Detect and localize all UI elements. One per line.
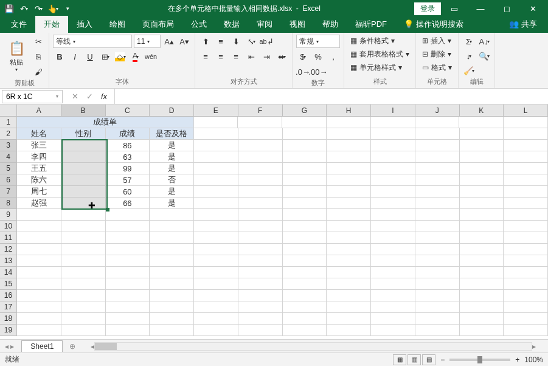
touch-mode-button[interactable]: 👆▾ — [46, 2, 60, 15]
cell[interactable] — [371, 186, 415, 198]
data-score[interactable]: 60 — [106, 186, 150, 198]
cell[interactable] — [504, 163, 548, 174]
row-header-16[interactable]: 16 — [0, 290, 17, 301]
cell[interactable] — [283, 186, 327, 198]
cell[interactable] — [106, 278, 150, 290]
cell[interactable] — [106, 232, 150, 244]
cell[interactable] — [415, 117, 460, 128]
row-header-18[interactable]: 18 — [0, 313, 17, 325]
cell[interactable] — [61, 290, 106, 301]
tab-view[interactable]: 视图 — [281, 16, 314, 33]
cell[interactable] — [504, 325, 548, 336]
column-header-A[interactable]: A — [17, 105, 61, 117]
data-name[interactable]: 张三 — [17, 140, 61, 151]
row-header-15[interactable]: 15 — [0, 278, 17, 290]
cell[interactable] — [194, 163, 238, 174]
cell[interactable] — [460, 290, 504, 301]
decrease-indent-button[interactable]: ⇤ — [245, 50, 258, 63]
cell[interactable] — [238, 301, 283, 313]
font-size-combo[interactable]: 11▾ — [134, 35, 161, 48]
format-table-button[interactable]: ▦ 套用表格格式 ▾ — [348, 48, 412, 60]
cell[interactable] — [504, 198, 548, 209]
row-header-17[interactable]: 17 — [0, 301, 17, 313]
cell[interactable] — [371, 198, 415, 209]
data-name[interactable]: 陈六 — [17, 174, 61, 186]
cell[interactable] — [327, 232, 371, 244]
cell[interactable] — [504, 313, 548, 325]
cell[interactable] — [327, 151, 371, 163]
horizontal-scrollbar[interactable]: ◂ ▸ — [78, 342, 548, 351]
row-header-9[interactable]: 9 — [0, 209, 17, 221]
cell[interactable] — [17, 255, 61, 267]
data-pass[interactable]: 是 — [150, 140, 194, 151]
cell[interactable] — [460, 301, 504, 313]
row-header-3[interactable]: 3 — [0, 140, 17, 151]
cell[interactable] — [460, 163, 504, 174]
data-gender[interactable] — [61, 151, 106, 163]
cell[interactable] — [194, 151, 238, 163]
column-header-E[interactable]: E — [194, 105, 238, 117]
cell[interactable] — [504, 244, 548, 255]
row-header-1[interactable]: 1 — [0, 117, 17, 128]
cell[interactable] — [17, 290, 61, 301]
cell[interactable] — [415, 221, 460, 232]
cell[interactable] — [17, 244, 61, 255]
cell[interactable] — [327, 244, 371, 255]
cell[interactable] — [283, 221, 327, 232]
cell[interactable] — [415, 140, 460, 151]
cell[interactable] — [150, 278, 194, 290]
cell[interactable] — [460, 198, 504, 209]
cell[interactable] — [194, 301, 238, 313]
data-gender[interactable] — [61, 140, 106, 151]
cell[interactable] — [238, 128, 283, 140]
cell[interactable] — [106, 244, 150, 255]
column-header-J[interactable]: J — [415, 105, 460, 117]
share-button[interactable]: 👥 共享 — [501, 16, 546, 33]
fx-button[interactable]: fx — [97, 90, 111, 103]
cell[interactable] — [238, 209, 283, 221]
cell[interactable] — [17, 267, 61, 278]
close-button[interactable]: ✕ — [520, 0, 546, 17]
cell[interactable] — [238, 267, 283, 278]
add-sheet-button[interactable]: ⊕ — [66, 340, 78, 352]
cell[interactable] — [194, 140, 238, 151]
tab-layout[interactable]: 页面布局 — [134, 16, 182, 33]
select-all-corner[interactable] — [0, 105, 17, 117]
column-header-B[interactable]: B — [61, 105, 106, 117]
cell[interactable] — [283, 255, 327, 267]
align-center-button[interactable]: ≡ — [214, 50, 227, 63]
insert-cells-button[interactable]: ⊞ 插入 ▾ — [420, 35, 454, 47]
cell[interactable] — [150, 255, 194, 267]
row-header-7[interactable]: 7 — [0, 186, 17, 198]
font-color-button[interactable]: A▾ — [129, 50, 142, 63]
formula-bar[interactable] — [114, 89, 548, 104]
cell[interactable] — [194, 117, 238, 128]
row-header-4[interactable]: 4 — [0, 151, 17, 163]
cell[interactable] — [327, 117, 371, 128]
cell[interactable] — [150, 290, 194, 301]
cell[interactable] — [415, 325, 460, 336]
number-format-combo[interactable]: 常规▾ — [296, 35, 340, 48]
data-gender[interactable] — [61, 174, 106, 186]
cell[interactable] — [371, 221, 415, 232]
fill-button[interactable]: ↓▾ — [462, 49, 476, 63]
name-box[interactable]: ▾ — [2, 90, 63, 103]
data-pass[interactable]: 是 — [150, 163, 194, 174]
cell[interactable] — [17, 221, 61, 232]
row-header-10[interactable]: 10 — [0, 221, 17, 232]
cell[interactable] — [415, 174, 460, 186]
cell[interactable] — [283, 232, 327, 244]
cut-button[interactable]: ✂ — [32, 35, 45, 48]
column-header-L[interactable]: L — [504, 105, 548, 117]
column-header-C[interactable]: C — [106, 105, 150, 117]
cell[interactable] — [371, 151, 415, 163]
cell[interactable] — [61, 313, 106, 325]
cell[interactable] — [327, 186, 371, 198]
cell[interactable] — [238, 232, 283, 244]
cell[interactable] — [283, 244, 327, 255]
cell[interactable] — [327, 163, 371, 174]
cell[interactable] — [283, 325, 327, 336]
cell[interactable] — [504, 140, 548, 151]
cell[interactable] — [150, 232, 194, 244]
qat-customize-button[interactable]: ▾ — [61, 2, 74, 15]
